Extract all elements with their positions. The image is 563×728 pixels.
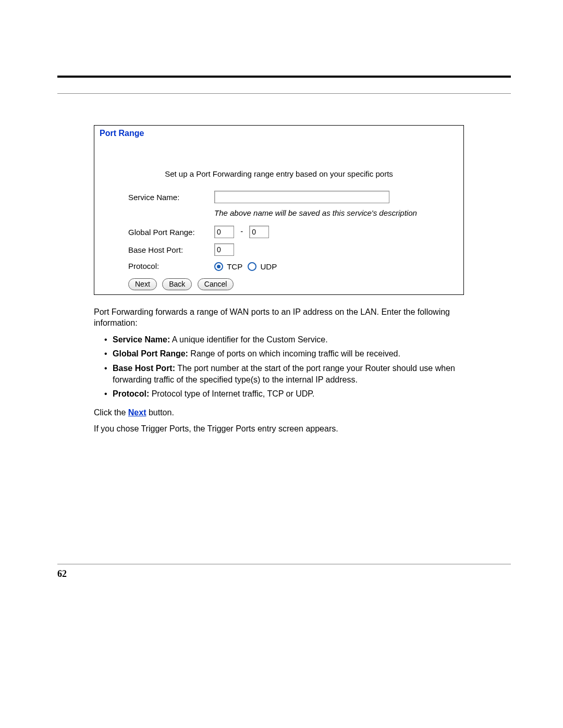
base-host-port-label: Base Host Port: [128, 245, 214, 254]
button-row: Next Back Cancel [128, 278, 458, 290]
service-name-label: Service Name: [128, 193, 214, 202]
panel-title: Port Range [100, 129, 458, 138]
bullet-text: Protocol type of Internet traffic, TCP o… [149, 389, 314, 398]
global-port-start-input[interactable] [214, 226, 234, 238]
form-table: Service Name: The above name will be sav… [128, 191, 458, 271]
next-link[interactable]: Next [128, 408, 146, 417]
top-thin-rule [57, 93, 511, 94]
service-name-note: The above name will be saved as this ser… [214, 208, 458, 217]
bullet-bold: Service Name: [113, 335, 170, 344]
panel-intro: Set up a Port Forwarding range entry bas… [100, 169, 458, 178]
bullet-bold: Base Host Port: [113, 364, 175, 373]
click-post: button. [146, 408, 174, 417]
list-item: Global Port Range: Range of ports on whi… [104, 348, 464, 360]
protocol-udp-label: UDP [261, 262, 277, 271]
next-button[interactable]: Next [128, 278, 157, 290]
back-button[interactable]: Back [162, 278, 192, 290]
page-footer: 62 [57, 564, 511, 579]
bullet-bold: Protocol: [113, 389, 149, 398]
protocol-label: Protocol: [128, 262, 214, 270]
list-item: Protocol: Protocol type of Internet traf… [104, 388, 464, 400]
service-name-input[interactable] [214, 191, 389, 203]
base-host-port-input[interactable] [214, 243, 234, 256]
definition-list: Service Name: A unique identifier for th… [94, 334, 464, 400]
cancel-button[interactable]: Cancel [198, 278, 234, 290]
global-port-end-input[interactable] [249, 226, 269, 238]
list-item: Base Host Port: The port number at the s… [104, 363, 464, 385]
protocol-tcp-label: TCP [227, 262, 242, 271]
intro-paragraph: Port Forwarding forwards a range of WAN … [94, 306, 464, 329]
click-next-paragraph: Click the Next button. [94, 407, 464, 418]
footer-rule [57, 564, 511, 564]
range-dash: - [240, 227, 243, 236]
global-port-range-label: Global Port Range: [128, 228, 214, 237]
click-pre: Click the [94, 408, 128, 417]
protocol-udp-radio[interactable] [248, 262, 256, 271]
protocol-tcp-radio[interactable] [214, 262, 223, 271]
port-range-panel: Port Range Set up a Port Forwarding rang… [94, 125, 464, 295]
bullet-text: Range of ports on which incoming traffic… [188, 349, 400, 358]
top-thick-rule [57, 76, 511, 78]
list-item: Service Name: A unique identifier for th… [104, 334, 464, 346]
page-number: 62 [57, 569, 511, 579]
trigger-ports-paragraph: If you chose Trigger Ports, the Trigger … [94, 423, 464, 435]
bullet-bold: Global Port Range: [113, 349, 188, 358]
bullet-text: A unique identifier for the Custom Servi… [170, 335, 327, 344]
body-text: Port Forwarding forwards a range of WAN … [94, 306, 464, 435]
